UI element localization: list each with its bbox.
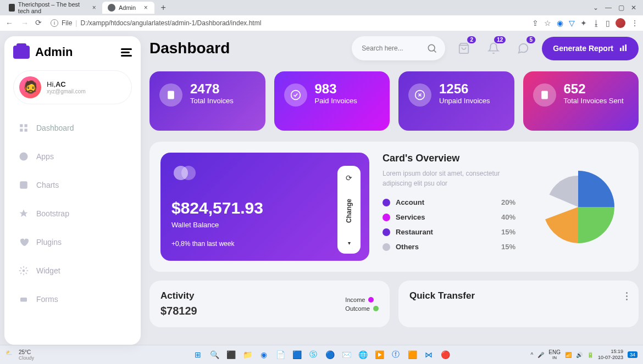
stat-value: 2478 bbox=[190, 81, 234, 97]
close-icon[interactable]: × bbox=[92, 4, 97, 11]
sidebar-item-bootstrap[interactable]: Bootstrap bbox=[13, 201, 132, 226]
badge: 5 bbox=[526, 36, 535, 43]
share-icon[interactable]: ⇪ bbox=[532, 19, 539, 27]
sidebar-item-label: Plugins bbox=[36, 238, 62, 247]
wallet-amount: $824,571.93 bbox=[171, 199, 358, 217]
svg-point-13 bbox=[291, 91, 300, 100]
address-bar[interactable]: i File | D:/xampp/htdocs/angularlatest/a… bbox=[51, 19, 526, 27]
panel-icon[interactable]: ▯ bbox=[606, 19, 610, 27]
skype-icon[interactable]: Ⓢ bbox=[306, 348, 320, 362]
change-button[interactable]: ⟳ Change ▾ bbox=[337, 166, 361, 254]
weather-widget[interactable]: ⛅ 25°C Cloudy bbox=[5, 349, 34, 361]
puzzle-icon[interactable]: ✦ bbox=[580, 19, 587, 27]
pie-chart bbox=[537, 166, 619, 248]
hamburger-icon[interactable] bbox=[121, 48, 132, 57]
battery-icon[interactable]: 🔋 bbox=[587, 352, 594, 358]
stat-total-invoices: 2478Total Invoices bbox=[149, 71, 265, 131]
generate-report-button[interactable]: Generate Report bbox=[542, 37, 639, 60]
shield-icon[interactable]: ▽ bbox=[569, 19, 575, 27]
chat-button[interactable]: 5 bbox=[512, 37, 534, 59]
user-greeting: Hi,AC bbox=[47, 80, 86, 88]
app-icon[interactable]: 🟦 bbox=[290, 348, 304, 362]
change-label: Change bbox=[345, 199, 353, 223]
stat-label: Unpaid Invoices bbox=[439, 97, 490, 105]
bag-button[interactable]: 2 bbox=[453, 37, 475, 59]
vscode-icon[interactable]: ⋈ bbox=[422, 348, 436, 362]
overview-panel: ⟳ Change ▾ $824,571.93 Wallet Balance +0… bbox=[149, 142, 639, 272]
overview-row: Services40% bbox=[383, 213, 515, 221]
volume-icon[interactable]: 🔊 bbox=[576, 352, 583, 358]
tab-admin[interactable]: Admin × bbox=[102, 2, 154, 14]
svg-rect-11 bbox=[625, 44, 627, 51]
profile-avatar[interactable] bbox=[616, 18, 625, 28]
more-icon[interactable] bbox=[626, 292, 628, 300]
svg-rect-15 bbox=[541, 91, 548, 99]
maximize-icon[interactable]: ▢ bbox=[618, 4, 624, 12]
bell-button[interactable]: 12 bbox=[483, 37, 505, 59]
start-icon[interactable]: ⊞ bbox=[191, 348, 205, 362]
row-pct: 15% bbox=[501, 243, 515, 251]
logo[interactable]: Admin bbox=[13, 45, 73, 59]
chevron-down-icon[interactable]: ⌄ bbox=[593, 4, 598, 12]
badge: 2 bbox=[467, 36, 476, 43]
tab-therichpost[interactable]: Therichpost – The best tech and × bbox=[3, 0, 102, 16]
wallet-label: Wallet Balance bbox=[171, 221, 358, 229]
account-icon[interactable]: ◉ bbox=[557, 19, 563, 27]
page-title: Dashboard bbox=[149, 40, 230, 57]
dot-icon bbox=[383, 214, 390, 221]
back-button[interactable]: ← bbox=[4, 18, 14, 28]
new-tab-button[interactable]: + bbox=[158, 2, 169, 13]
download-icon[interactable]: ⭳ bbox=[592, 19, 600, 27]
clock[interactable]: 15:19 10-07-2023 bbox=[598, 349, 623, 361]
close-icon[interactable]: × bbox=[142, 4, 149, 11]
lang[interactable]: ENG bbox=[548, 349, 561, 355]
sidebar-item-label: Apps bbox=[36, 152, 54, 161]
svg-rect-2 bbox=[20, 129, 23, 132]
stat-paid-invoices: 983Paid Invoices bbox=[274, 71, 390, 131]
overview-desc: Lorem ipsum dolor sit amet, consectetur … bbox=[383, 169, 515, 188]
activity-amount: $78129 bbox=[160, 305, 197, 317]
search-input[interactable] bbox=[362, 44, 418, 52]
menu-icon[interactable]: ⋮ bbox=[631, 19, 639, 27]
star-icon[interactable]: ☆ bbox=[544, 19, 551, 27]
row-name: Account bbox=[396, 198, 496, 206]
close-window-icon[interactable]: ✕ bbox=[631, 4, 636, 12]
sidebar-item-widget[interactable]: Widget bbox=[13, 258, 132, 283]
edge-icon[interactable]: 🌐 bbox=[356, 348, 370, 362]
search-tb-icon[interactable]: 🔍 bbox=[207, 348, 221, 362]
youtube-icon[interactable]: ▶️ bbox=[372, 348, 386, 362]
sidebar-item-dashboard[interactable]: Dashboard bbox=[13, 115, 132, 141]
app-icon[interactable]: 📄 bbox=[273, 348, 287, 362]
wifi-icon[interactable]: 📶 bbox=[565, 352, 572, 358]
mic-icon[interactable]: 🎤 bbox=[537, 352, 544, 358]
activity-card: Activity $78129 IncomeOutcome bbox=[149, 281, 390, 327]
app-icon[interactable]: ◉ bbox=[257, 348, 271, 362]
dot-icon bbox=[383, 228, 390, 236]
app-icon[interactable]: 🟧 bbox=[405, 348, 419, 362]
printer-icon bbox=[19, 294, 29, 304]
app-icon[interactable]: 🔵 bbox=[323, 348, 337, 362]
minimize-icon[interactable]: — bbox=[605, 4, 612, 12]
search-box[interactable] bbox=[352, 36, 445, 60]
facebook-icon[interactable]: ⓕ bbox=[389, 348, 403, 362]
svg-rect-9 bbox=[620, 48, 622, 51]
sidebar-item-charts[interactable]: Charts bbox=[13, 172, 132, 198]
url-prefix: File bbox=[62, 19, 72, 27]
notif-badge[interactable]: 34 bbox=[628, 351, 638, 358]
user-email: xyz@gmail.com bbox=[47, 88, 86, 94]
sidebar-item-forms[interactable]: Forms bbox=[13, 287, 132, 312]
user-card[interactable]: 🧔 Hi,AC xyz@gmail.com bbox=[13, 70, 132, 104]
sidebar-item-plugins[interactable]: Plugins bbox=[13, 229, 132, 255]
tray-chevron-icon[interactable]: ^ bbox=[531, 352, 534, 358]
taskview-icon[interactable]: ⬛ bbox=[224, 348, 238, 362]
mail-icon[interactable]: ✉️ bbox=[339, 348, 353, 362]
sidebar-item-apps[interactable]: Apps bbox=[13, 144, 132, 169]
chrome-icon[interactable]: 🔴 bbox=[438, 348, 452, 362]
bars-icon bbox=[619, 43, 628, 54]
stat-sent-invoices: 652Total Invoices Sent bbox=[523, 71, 639, 131]
explorer-icon[interactable]: 📁 bbox=[240, 348, 254, 362]
dot-icon bbox=[383, 199, 390, 206]
forward-button[interactable]: → bbox=[20, 18, 30, 28]
logo-text: Admin bbox=[35, 45, 73, 59]
reload-button[interactable]: ⟳ bbox=[35, 18, 45, 28]
